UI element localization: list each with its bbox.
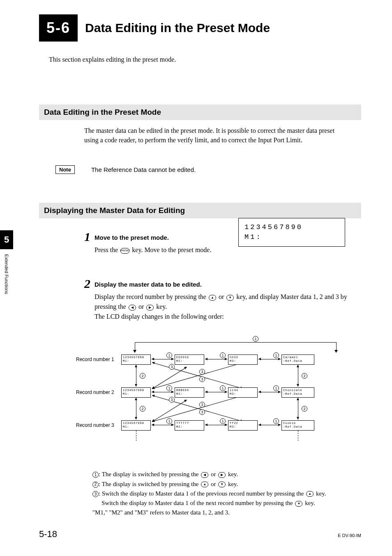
down-key-icon: ▼ xyxy=(295,501,302,507)
lcd-display-large: 1234567890 M1: xyxy=(238,218,345,247)
lcd-r2-c4: Chocolate :Ref.Data xyxy=(281,387,314,397)
right-key-icon: ▶ xyxy=(146,305,154,310)
step1-body: Press the PRESET key. Move to the preset… xyxy=(95,245,349,255)
chapter-number-tab: 5 xyxy=(0,230,13,249)
legend-line-3: 3: Switch the display to Master data 1 o… xyxy=(92,489,361,498)
lcd-r2-c3: ii44M3: xyxy=(228,387,258,397)
page-title: Data Editing in the Preset Mode xyxy=(85,21,270,35)
step2-title: Display the master data to be edited. xyxy=(95,281,361,288)
up-key-icon: ▲ xyxy=(209,295,216,301)
lcd-r1-c3: hh33M3: xyxy=(228,354,258,364)
lcd-line1: 1234567890 xyxy=(244,222,339,232)
note-label: Note xyxy=(55,165,75,174)
note-text: The Reference Data cannot be edited. xyxy=(91,166,196,173)
lcd-r3-c1: 1234567890M1: xyxy=(121,420,151,430)
step2-body: Display the record number by pressing th… xyxy=(95,292,349,322)
lcd-r1-c1: 1234567890M1: xyxy=(121,354,151,364)
up-key-icon: ▲ xyxy=(306,491,314,497)
right-key-icon: ▶ xyxy=(218,472,226,478)
section-heading-1: Data Editing in the Preset Mode xyxy=(39,104,361,120)
record-label-3: Record number 3 xyxy=(76,422,114,428)
left-key-icon: ◀ xyxy=(129,305,136,310)
lcd-r2-c1: 1234567890M1: xyxy=(121,387,151,397)
lcd-navigation-diagram: 1 Record number 1 1234567890M1: EEE555M2… xyxy=(76,336,355,455)
legend-line-2: 2: The display is switched by pressing t… xyxy=(92,480,361,489)
title-row: 5-6 Data Editing in the Preset Mode xyxy=(39,14,361,42)
section1-body: The master data can be edited in the pre… xyxy=(84,126,347,145)
down-key-icon: ▼ xyxy=(218,482,226,487)
up-key-icon: ▲ xyxy=(201,482,208,487)
lcd-r1-c4: Caramel :Ref.Data xyxy=(281,354,314,364)
lcd-r3-c3: ff22M3: xyxy=(228,420,258,430)
page-footer: 5-18 E DV-90-IM xyxy=(39,529,361,540)
lcd-r3-c4: Cookie :Ref.Data xyxy=(281,420,314,430)
lcd-r1-c2: EEE555M2: xyxy=(175,354,204,364)
left-key-icon: ◀ xyxy=(201,472,208,478)
step-2: 2 Display the master data to be edited. … xyxy=(84,278,361,322)
legend: 1: The display is switched by pressing t… xyxy=(92,470,361,517)
step1-pre: Press the xyxy=(95,246,120,253)
circled-1: 1 xyxy=(253,336,258,342)
intro-text: This section explains editing in the pre… xyxy=(49,56,361,63)
note-row: Note The Reference Data cannot be edited… xyxy=(55,165,361,174)
step-number-1: 1 xyxy=(84,231,90,243)
legend-line-4: "M1," "M2" and "M3" refers to Master dat… xyxy=(92,508,361,517)
legend-line-1: 1: The display is switched by pressing t… xyxy=(92,470,361,479)
legend-line-3b: Switch the display to Master data 1 of t… xyxy=(92,498,361,508)
record-label-2: Record number 2 xyxy=(76,389,114,395)
step-number-2: 2 xyxy=(84,278,90,290)
lcd-r3-c2: TTT777M2: xyxy=(175,420,204,430)
record-label-1: Record number 1 xyxy=(76,357,114,362)
section-heading-2: Displaying the Master Data for Editing xyxy=(39,203,361,218)
preset-key-icon: PRESET xyxy=(120,248,129,254)
side-tab-text: Extended Functions xyxy=(4,249,9,299)
side-tab: 5 Extended Functions xyxy=(0,230,13,301)
down-key-icon: ▼ xyxy=(226,295,234,301)
page-number: 5-18 xyxy=(39,529,57,540)
lcd-r2-c2: BBB666M2: xyxy=(175,387,204,397)
step1-post: key. Move to the preset mode. xyxy=(130,246,211,253)
lcd-line2: M1: xyxy=(244,232,339,242)
document-id: E DV-90-IM xyxy=(338,533,361,538)
chapter-badge: 5-6 xyxy=(39,14,78,42)
